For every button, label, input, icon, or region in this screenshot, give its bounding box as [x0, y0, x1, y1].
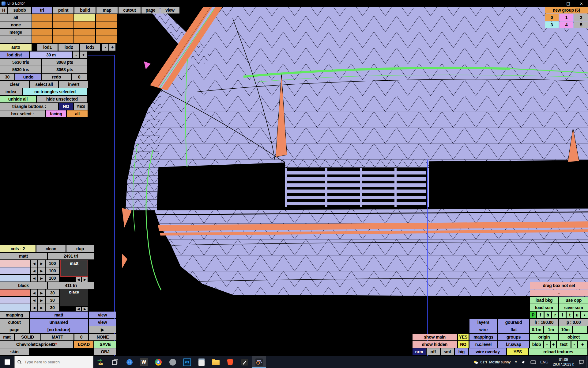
- undo-button[interactable]: undo: [15, 74, 41, 80]
- show-main-value[interactable]: YES: [458, 334, 469, 340]
- subob-grid-cell[interactable]: [74, 36, 95, 43]
- subob-grid-cell[interactable]: [53, 14, 74, 21]
- subob-grid-cell[interactable]: [96, 14, 117, 21]
- view-dot-icon[interactable]: ●: [581, 312, 588, 318]
- page-next-icon[interactable]: ▶: [89, 326, 116, 333]
- select-none-button[interactable]: none: [0, 21, 32, 28]
- cols-button[interactable]: cols : 2: [0, 245, 36, 252]
- subob-grid-cell[interactable]: [53, 36, 74, 43]
- menu-point[interactable]: point: [53, 7, 74, 13]
- view-perspective-button[interactable]: P: [530, 312, 536, 318]
- cutout-value[interactable]: unnamed: [30, 319, 88, 326]
- arrow-left-icon[interactable]: ◀: [31, 275, 37, 282]
- black-preview[interactable]: black: [60, 289, 88, 306]
- view-right-button[interactable]: r: [552, 312, 558, 318]
- lod-dist-value[interactable]: 30 m: [30, 52, 72, 58]
- arrow-right-icon[interactable]: ▶: [82, 277, 88, 282]
- channel-value[interactable]: 100: [46, 275, 59, 282]
- subob-grid-cell[interactable]: [96, 36, 117, 43]
- pitch-value[interactable]: p : 0.00: [559, 319, 588, 326]
- menu-map[interactable]: map: [96, 7, 118, 13]
- weather-widget[interactable]: 61°F Mostly sunny: [471, 356, 513, 368]
- channel-value[interactable]: 100: [46, 267, 59, 274]
- redo-button[interactable]: redo: [42, 74, 71, 80]
- channel-value[interactable]: 30: [46, 289, 59, 296]
- merge-button[interactable]: merge: [0, 29, 32, 36]
- subob-grid-cell[interactable]: [96, 21, 117, 28]
- arrow-right-icon[interactable]: ▶: [38, 267, 45, 274]
- wire-overlay-value[interactable]: YES: [507, 348, 528, 355]
- menu-view[interactable]: view: [160, 7, 179, 13]
- arrow-right-icon[interactable]: ▶: [38, 304, 45, 311]
- text-plus-button[interactable]: +: [578, 341, 587, 348]
- search-input[interactable]: [24, 359, 86, 365]
- load-bkg-button[interactable]: load bkg: [530, 297, 558, 304]
- show-hidden-value[interactable]: NO: [458, 341, 469, 348]
- view-under-button[interactable]: u: [574, 312, 580, 318]
- subob-grid-cell[interactable]: [74, 29, 95, 36]
- material-name[interactable]: black: [0, 282, 47, 289]
- subob-grid-cell[interactable]: [32, 29, 52, 36]
- lod3-button[interactable]: lod3: [80, 44, 100, 51]
- vehicle-name[interactable]: ChevroletCaprice92*: [0, 341, 73, 348]
- nc-level-button[interactable]: n.c.level: [469, 341, 497, 348]
- mat-num[interactable]: 0: [74, 334, 88, 340]
- subob-grid-cell-selected[interactable]: [74, 14, 95, 21]
- wire-button[interactable]: wire: [469, 326, 497, 333]
- arrow-right-icon[interactable]: ▶: [38, 275, 45, 282]
- color-swatch[interactable]: [0, 260, 30, 267]
- lod-minus-button[interactable]: -: [102, 44, 108, 51]
- invert-button[interactable]: invert: [59, 81, 88, 88]
- chrome-app-icon[interactable]: [151, 356, 165, 368]
- gouraud-button[interactable]: gouraud: [498, 319, 529, 326]
- lod-auto-button[interactable]: auto: [0, 44, 32, 51]
- language-indicator[interactable]: ENG: [538, 356, 550, 368]
- channel-value[interactable]: 100: [46, 260, 59, 267]
- color-swatch[interactable]: [0, 275, 30, 282]
- w-app-icon[interactable]: W: [137, 356, 151, 368]
- show-desktop-button[interactable]: [586, 356, 588, 368]
- blob-plus-button[interactable]: +: [551, 341, 556, 348]
- blob-minus-button[interactable]: -: [544, 341, 550, 348]
- nrm-off-button[interactable]: off: [427, 348, 440, 355]
- volume-button[interactable]: [519, 356, 528, 368]
- mat-matt-button[interactable]: MATT: [41, 334, 74, 340]
- save-button[interactable]: SAVE: [94, 341, 116, 348]
- box-select-all[interactable]: all: [67, 110, 88, 117]
- arrow-left-icon[interactable]: ◀: [31, 289, 37, 296]
- arrow-right-icon[interactable]: ▶: [38, 289, 45, 296]
- gray-app-icon[interactable]: [165, 356, 180, 368]
- menu-h[interactable]: H: [0, 7, 7, 13]
- mat-none-button[interactable]: NONE: [89, 334, 116, 340]
- pen-app-icon[interactable]: [237, 356, 252, 368]
- lod1-button[interactable]: lod1: [37, 44, 58, 51]
- flat-button[interactable]: flat: [498, 326, 529, 333]
- snap-01m-button[interactable]: 0.1m: [530, 326, 543, 333]
- unhide-all-button[interactable]: unhide all: [0, 96, 36, 102]
- save-scm-button[interactable]: save scm: [559, 304, 588, 311]
- menu-tri[interactable]: tri: [32, 7, 52, 13]
- arrow-left-icon[interactable]: ◀: [31, 260, 37, 267]
- subob-grid-cell[interactable]: [74, 21, 95, 28]
- group-1-button[interactable]: 1: [560, 14, 573, 21]
- obj-button[interactable]: OBJ: [94, 348, 116, 355]
- arrow-left-icon[interactable]: ◀: [31, 304, 37, 311]
- material-name[interactable]: matt: [0, 253, 47, 259]
- layers-button[interactable]: layers: [469, 319, 497, 326]
- use-opp-button[interactable]: use opp: [559, 297, 588, 304]
- show-hidden-button[interactable]: show hidden: [413, 341, 457, 348]
- show-main-button[interactable]: show main: [413, 334, 457, 340]
- mappings-button[interactable]: mappings: [469, 334, 497, 340]
- subob-grid-cell[interactable]: [32, 21, 52, 28]
- page-value[interactable]: [no texture]: [30, 326, 88, 333]
- color-swatch[interactable]: [0, 267, 30, 274]
- view-left-button[interactable]: l: [559, 312, 566, 318]
- matt-preview[interactable]: matt: [60, 260, 88, 277]
- menu-subob[interactable]: subob: [8, 7, 31, 13]
- text-button[interactable]: text: [557, 341, 571, 348]
- color-swatch[interactable]: [0, 289, 30, 296]
- groups-button[interactable]: groups: [498, 334, 529, 340]
- arrow-left-icon[interactable]: ◀: [76, 277, 81, 282]
- view-top-button[interactable]: t: [567, 312, 573, 318]
- subob-grid-cell[interactable]: [32, 14, 52, 21]
